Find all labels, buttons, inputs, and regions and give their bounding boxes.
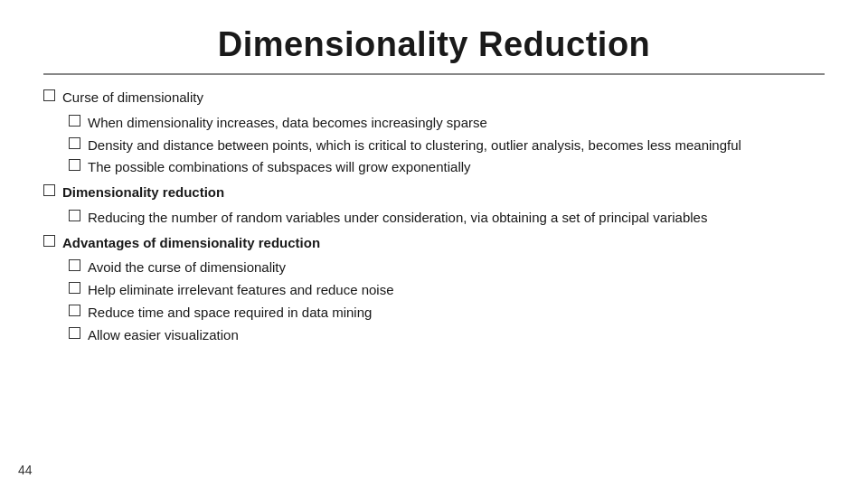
checkbox-item (69, 159, 80, 171)
checkbox-item (69, 259, 80, 271)
item-text: Allow easier visualization (88, 325, 825, 345)
slide-content: Curse of dimensionality When dimensional… (43, 88, 825, 463)
checkbox-item (69, 282, 80, 294)
item-text: The possible combinations of subspaces w… (88, 157, 825, 177)
section-curse: Curse of dimensionality (43, 88, 825, 108)
item-text: Reduce time and space required in data m… (88, 303, 825, 323)
list-item: Allow easier visualization (69, 325, 825, 345)
title-divider (43, 73, 825, 75)
item-text: Help eliminate irrelevant features and r… (88, 280, 825, 300)
checkbox-item (69, 115, 80, 127)
checkbox-item (69, 327, 80, 339)
checkbox-advantages (43, 235, 55, 247)
section-curse-label: Curse of dimensionality (62, 88, 825, 108)
section-advantages-label: Advantages of dimensionality reduction (62, 233, 825, 253)
list-item: The possible combinations of subspaces w… (69, 157, 825, 177)
list-item: Density and distance between points, whi… (69, 136, 825, 155)
list-item: Reduce time and space required in data m… (69, 303, 825, 323)
checkbox-item (69, 137, 80, 149)
item-text: When dimensionality increases, data beco… (88, 113, 825, 133)
slide-title: Dimensionality Reduction (43, 25, 825, 64)
section-advantages-children: Avoid the curse of dimensionality Help e… (69, 258, 825, 344)
section-dim-reduction-label: Dimensionality reduction (62, 183, 825, 202)
list-item: Reducing the number of random variables … (69, 208, 825, 228)
slide: Dimensionality Reduction Curse of dimens… (0, 0, 868, 488)
item-text: Avoid the curse of dimensionality (88, 258, 825, 277)
section-curse-children: When dimensionality increases, data beco… (69, 113, 825, 177)
section-dim-reduction-children: Reducing the number of random variables … (69, 208, 825, 228)
checkbox-curse (43, 89, 55, 101)
checkbox-item (69, 305, 80, 316)
item-text: Reducing the number of random variables … (88, 208, 825, 228)
checkbox-item (69, 210, 80, 221)
list-item: Avoid the curse of dimensionality (69, 258, 825, 277)
list-item: Help eliminate irrelevant features and r… (69, 280, 825, 300)
section-dim-reduction: Dimensionality reduction (43, 183, 825, 202)
page-number: 44 (18, 463, 33, 477)
list-item: When dimensionality increases, data beco… (69, 113, 825, 133)
checkbox-dim-reduction (43, 184, 55, 196)
item-text: Density and distance between points, whi… (88, 136, 825, 155)
section-advantages: Advantages of dimensionality reduction (43, 233, 825, 253)
